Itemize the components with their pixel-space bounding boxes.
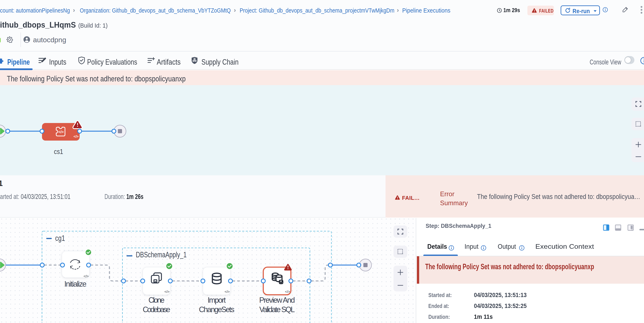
- svg-text:</>: </>: [164, 290, 170, 294]
- svg-text:Preview And: Preview And: [259, 296, 295, 304]
- svg-text:Codebase: Codebase: [143, 305, 170, 314]
- svg-text:DBSchemaApply_1: DBSchemaApply_1: [136, 250, 186, 259]
- svg-text:Clone: Clone: [148, 296, 165, 304]
- svg-text:Import: Import: [208, 296, 226, 304]
- svg-text:</>: </>: [285, 290, 290, 294]
- svg-text:</>: </>: [58, 130, 64, 134]
- svg-text:ChangeSets: ChangeSets: [199, 305, 234, 314]
- svg-text:cg1: cg1: [55, 234, 65, 242]
- svg-text:Initialize: Initialize: [64, 280, 86, 288]
- svg-text:</>: </>: [84, 274, 89, 278]
- svg-text:cs1: cs1: [54, 147, 63, 155]
- svg-text:Validate SQL: Validate SQL: [259, 305, 295, 314]
- svg-text:</>: </>: [225, 290, 230, 294]
- svg-text:</>: </>: [74, 135, 79, 139]
